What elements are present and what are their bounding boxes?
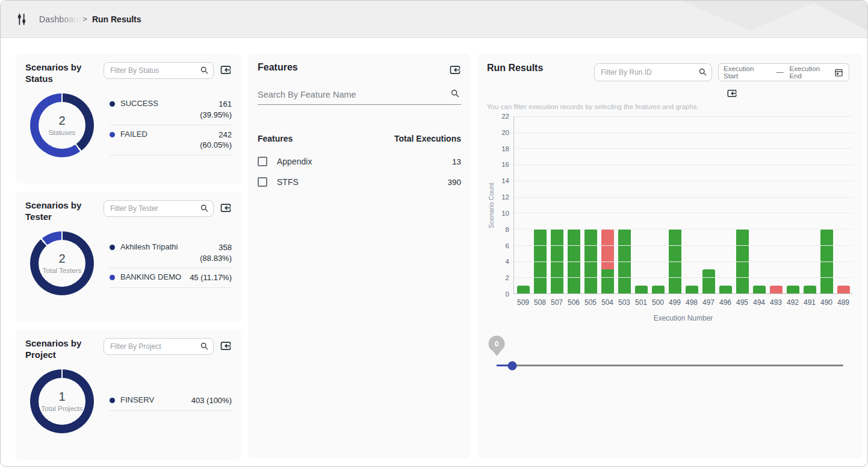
- slider-thumb[interactable]: [508, 361, 517, 370]
- calendar-icon[interactable]: [834, 67, 844, 78]
- y-tick-label: 8: [506, 226, 509, 233]
- execution-range-slider: 0: [497, 360, 843, 372]
- x-tick-label: 495: [734, 298, 751, 307]
- x-tick-label: 494: [751, 298, 767, 307]
- feature-total-executions: 13: [452, 157, 461, 166]
- legend-label: SUCCESS: [120, 99, 193, 109]
- legend-row[interactable]: FINSERV403 (100%): [110, 391, 232, 411]
- x-tick-label: 509: [515, 298, 532, 307]
- execution-date-range-picker[interactable]: Execution Start — Execution End: [718, 63, 849, 81]
- export-icon[interactable]: [220, 202, 232, 214]
- bar-segment-passed: [635, 286, 648, 293]
- gridline: [514, 262, 853, 262]
- y-tick-label: 18: [501, 145, 509, 152]
- bar-489[interactable]: [837, 286, 850, 293]
- legend-bullet: [110, 101, 115, 107]
- bar-500[interactable]: [652, 286, 665, 293]
- bar-496[interactable]: [719, 286, 732, 293]
- app-window: Dashboard > Run Results Scenarios by Sta…: [0, 0, 868, 467]
- legend-bullet: [110, 132, 115, 137]
- export-icon[interactable]: [220, 340, 232, 352]
- legend-value: 358 (88.83%): [193, 242, 232, 263]
- x-tick-label: 503: [616, 298, 633, 307]
- bar-509[interactable]: [517, 286, 530, 293]
- card-title: Scenarios by Status: [25, 62, 98, 85]
- status-filter-input[interactable]: [104, 62, 214, 79]
- search-icon[interactable]: [200, 204, 209, 213]
- gridline: [514, 229, 853, 230]
- legend-value: 403 (100%): [191, 395, 232, 406]
- search-icon[interactable]: [698, 67, 707, 77]
- x-tick-label: 500: [649, 298, 666, 307]
- breadcrumb-dashboard[interactable]: Dashboard: [39, 14, 81, 24]
- legend-label: FINSERV: [120, 395, 191, 406]
- bar-493[interactable]: [770, 286, 783, 293]
- x-tick-label: 508: [532, 298, 548, 307]
- bar-segment-passed: [601, 269, 614, 293]
- bar-slot: [566, 116, 583, 293]
- export-icon[interactable]: [727, 88, 737, 99]
- header-watermark: [675, 1, 867, 37]
- donut-center-value: 2: [58, 252, 65, 266]
- feature-checkbox[interactable]: [258, 177, 267, 187]
- export-icon[interactable]: [220, 64, 232, 76]
- tester-donut-chart[interactable]: 2 Total Testers: [30, 231, 94, 295]
- bar-497[interactable]: [702, 269, 715, 293]
- bar-501[interactable]: [635, 286, 648, 293]
- tester-filter-input[interactable]: [104, 200, 214, 217]
- search-icon[interactable]: [200, 66, 209, 75]
- bar-492[interactable]: [787, 286, 799, 293]
- search-icon[interactable]: [200, 342, 209, 351]
- bar-491[interactable]: [804, 286, 816, 293]
- main-content: Scenarios by Status 2 Statuses SUCCES: [1, 38, 867, 460]
- features-title: Features: [258, 62, 298, 73]
- slider-track[interactable]: [497, 365, 843, 366]
- gridline: [514, 181, 853, 181]
- x-axis-title: Execution Number: [513, 314, 853, 322]
- breadcrumb-separator: >: [82, 14, 87, 24]
- left-column: Scenarios by Status 2 Statuses SUCCES: [16, 54, 241, 460]
- export-icon[interactable]: [449, 64, 461, 76]
- x-tick-label: 506: [565, 298, 582, 307]
- x-tick-label: 498: [683, 298, 700, 307]
- bar-segment-passed: [517, 286, 530, 293]
- y-tick-label: 16: [501, 161, 509, 168]
- feature-row[interactable]: STFS390: [258, 177, 461, 187]
- y-axis: 0246810121416182022: [495, 116, 513, 294]
- run-results-title: Run Results: [487, 62, 544, 75]
- bar-slot: [767, 116, 784, 293]
- tune-sliders-icon[interactable]: [15, 13, 28, 26]
- bar-498[interactable]: [686, 286, 698, 293]
- legend-row[interactable]: Akhilesh Tripathi358 (88.83%): [110, 238, 232, 268]
- bar-segment-failed: [601, 229, 614, 269]
- status-filter-field: [104, 62, 214, 79]
- bar-segment-passed: [652, 286, 665, 293]
- run-id-filter-input[interactable]: [594, 63, 712, 81]
- search-icon[interactable]: [450, 89, 460, 98]
- legend-row[interactable]: BANKING DEMO45 (11.17%): [110, 268, 232, 288]
- bar-slot: [650, 116, 667, 293]
- x-tick-label: 489: [835, 298, 852, 307]
- feature-checkbox[interactable]: [258, 157, 267, 166]
- project-filter-input[interactable]: [104, 338, 214, 355]
- y-tick-label: 20: [501, 129, 509, 136]
- bar-slot: [684, 116, 701, 293]
- bar-slot: [633, 116, 650, 293]
- donut-center-label: Total Projects: [41, 405, 82, 412]
- legend-row[interactable]: FAILED242 (60.05%): [110, 125, 232, 155]
- x-tick-label: 497: [700, 298, 717, 307]
- bar-slot: [717, 116, 734, 293]
- project-donut-chart[interactable]: 1 Total Projects: [30, 369, 94, 433]
- status-donut-chart[interactable]: 2 Statuses: [30, 93, 94, 157]
- legend-bullet: [110, 398, 115, 403]
- legend-value: 242 (60.05%): [193, 130, 232, 151]
- legend-label: FAILED: [120, 130, 193, 140]
- y-tick-label: 6: [506, 242, 509, 249]
- page-title: Run Results: [92, 14, 141, 24]
- legend-row[interactable]: SUCCESS161 (39.95%): [110, 95, 232, 125]
- feature-row[interactable]: Appendix13: [258, 157, 461, 166]
- bar-slot: [549, 116, 566, 293]
- bar-494[interactable]: [753, 286, 766, 293]
- feature-search-input[interactable]: [258, 86, 461, 104]
- bar-slot: [801, 116, 818, 293]
